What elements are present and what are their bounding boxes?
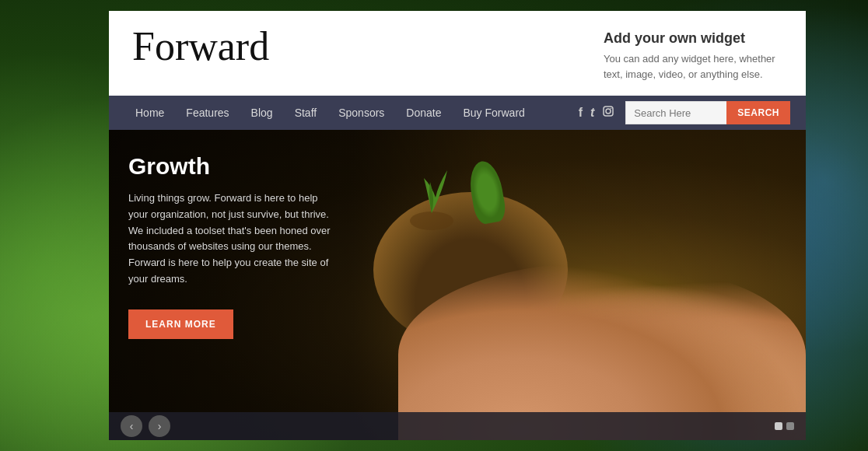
nav-link-donate[interactable]: Donate bbox=[395, 96, 452, 130]
svg-point-2 bbox=[611, 108, 612, 110]
instagram-icon[interactable] bbox=[602, 105, 614, 121]
twitter-icon[interactable]: t bbox=[590, 106, 594, 120]
svg-rect-0 bbox=[604, 107, 613, 116]
widget-title: Add your own widget bbox=[604, 30, 782, 47]
nav-link-staff[interactable]: Staff bbox=[284, 96, 328, 130]
search-button[interactable]: SEARCH bbox=[726, 101, 790, 124]
main-nav: Home Features Blog Staff Sponsors Donate… bbox=[109, 96, 806, 130]
dot-1[interactable] bbox=[775, 422, 782, 430]
prev-arrow[interactable]: ‹ bbox=[121, 415, 142, 437]
hero-body: Living things grow. Forward is here to h… bbox=[128, 191, 331, 288]
nav-link-blog[interactable]: Blog bbox=[240, 96, 284, 130]
slide-dots bbox=[775, 422, 794, 430]
hero-title: Growth bbox=[128, 153, 331, 180]
learn-more-button[interactable]: LEARN MORE bbox=[128, 309, 233, 339]
site-header: Forward Add your own widget You can add … bbox=[109, 11, 806, 96]
hero-section: Growth Living things grow. Forward is he… bbox=[109, 130, 806, 440]
nav-link-features[interactable]: Features bbox=[175, 96, 240, 130]
facebook-icon[interactable]: f bbox=[579, 106, 583, 120]
dot-2[interactable] bbox=[786, 422, 794, 430]
social-icons: f t bbox=[579, 105, 615, 121]
nav-link-sponsors[interactable]: Sponsors bbox=[327, 96, 395, 130]
next-arrow[interactable]: › bbox=[149, 415, 170, 437]
hero-bottom-bar: ‹ › bbox=[109, 412, 806, 440]
widget-description: You can add any widget here, whether tex… bbox=[604, 51, 782, 82]
nav-links: Home Features Blog Staff Sponsors Donate… bbox=[124, 96, 568, 130]
prev-next-icons: ‹ › bbox=[121, 415, 170, 437]
hands-image bbox=[353, 130, 806, 440]
nav-link-buy[interactable]: Buy Forward bbox=[453, 96, 536, 130]
site-title: Forward bbox=[132, 26, 269, 67]
widget-area: Add your own widget You can add any widg… bbox=[604, 26, 782, 82]
search-area: SEARCH bbox=[625, 101, 790, 124]
main-card: Forward Add your own widget You can add … bbox=[109, 11, 806, 440]
nav-link-home[interactable]: Home bbox=[124, 96, 175, 130]
svg-point-1 bbox=[606, 109, 611, 114]
hero-content: Growth Living things grow. Forward is he… bbox=[128, 153, 331, 339]
search-input[interactable] bbox=[625, 101, 726, 124]
